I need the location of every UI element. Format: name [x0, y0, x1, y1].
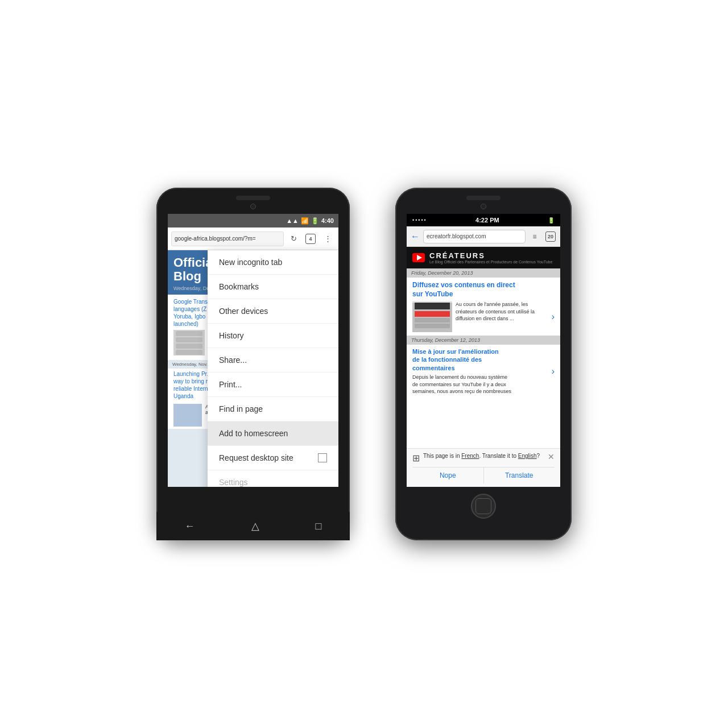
iphone-battery-icon: 🔋	[548, 217, 555, 224]
iphone: ••••• 4:22 PM 🔋 ← ecreatorfr.blogspot.co…	[395, 188, 572, 540]
translate-top-row: ⊞ This page is in French. Translate it t…	[412, 452, 555, 464]
hamburger-icon: ≡	[532, 233, 536, 241]
desktop-site-checkbox[interactable]	[318, 453, 327, 462]
dropdown-item-print[interactable]: Print...	[208, 373, 338, 397]
iphone-back-button[interactable]: ←	[410, 231, 421, 242]
dropdown-item-history[interactable]: History	[208, 324, 338, 348]
iphone-menu-button[interactable]: ≡	[528, 230, 541, 243]
iphone-webpage: CRÉATEURS Le Blog Officiel des Partenair…	[407, 247, 560, 398]
translate-buttons: Nope Translate	[412, 467, 555, 483]
yt-header: CRÉATEURS Le Blog Officiel des Partenair…	[407, 247, 560, 268]
address-field[interactable]: google-africa.blogspot.com/?m=	[171, 231, 284, 246]
tabs-count: 20	[545, 231, 556, 242]
dropdown-item-incognito[interactable]: New incognito tab	[208, 250, 338, 275]
iphone-article2-title: Mise à jour sur l'améliorationde la fonc…	[412, 348, 549, 372]
iphone-article1: Diffusez vos contenus en directsur YouTu…	[407, 278, 560, 336]
android-dropdown: New incognito tab Bookmarks Other device…	[208, 250, 338, 487]
iphone-speaker	[466, 196, 500, 200]
iphone-tabs-button[interactable]: 20	[544, 230, 557, 243]
refresh-button[interactable]: ↻	[286, 231, 301, 246]
iphone-article1-thumb	[412, 301, 452, 332]
signal-icon: 📶	[301, 217, 309, 225]
android-speaker	[236, 196, 270, 200]
dropdown-item-bookmarks[interactable]: Bookmarks	[208, 275, 338, 299]
iphone-home-button[interactable]	[471, 494, 496, 519]
yt-play-icon	[417, 255, 422, 260]
iphone-address-bar: ← ecreatorfr.blogspot.com ≡ 20	[407, 226, 560, 247]
dropdown-item-desktop[interactable]: Request desktop site	[208, 446, 338, 470]
iphone-article1-row: Au cours de l'année passée, les créateur…	[412, 301, 555, 332]
translate-message: This page is in French. Translate it to …	[423, 452, 544, 460]
translate-close-button[interactable]: ✕	[548, 452, 555, 461]
iphone-article1-title: Diffusez vos contenus en directsur YouTu…	[412, 281, 555, 299]
iphone-article1-snippet: Au cours de l'année passée, les créateur…	[456, 301, 548, 322]
android-screen: ▲▲ 📶 🔋 4:40 google-africa.blogspot.com/?…	[168, 214, 338, 487]
iphone-date1: Friday, December 20, 2013	[407, 268, 560, 278]
nope-button[interactable]: Nope	[412, 468, 484, 483]
iphone-time: 4:22 PM	[475, 217, 499, 224]
translate-icon: ⊞	[412, 453, 420, 464]
refresh-icon: ↻	[291, 234, 297, 243]
iphone-screen: ••••• 4:22 PM 🔋 ← ecreatorfr.blogspot.co…	[407, 214, 560, 487]
foot-thumb	[173, 404, 202, 427]
iphone-home-inner	[475, 498, 491, 514]
android-status-bar: ▲▲ 📶 🔋 4:40	[168, 214, 338, 228]
android-camera	[250, 204, 256, 209]
yt-channel-subtitle: Le Blog Officiel des Partenaires et Prod…	[429, 260, 552, 264]
dropdown-item-homescreen[interactable]: Add to homescreen	[208, 421, 338, 446]
overflow-button[interactable]: ⋮	[320, 231, 335, 246]
iphone-article2-text: Depuis le lancement du nouveau systèmede…	[412, 374, 549, 395]
translate-button[interactable]: Translate	[484, 468, 555, 483]
iphone-status-bar: ••••• 4:22 PM 🔋	[407, 214, 560, 226]
dropdown-item-settings[interactable]: Settings	[208, 470, 338, 487]
iphone-article2: Mise à jour sur l'améliorationde la fonc…	[407, 345, 560, 398]
article2-chevron-icon: ›	[552, 366, 555, 377]
iphone-camera	[481, 204, 486, 209]
nav-recent-button[interactable]: □	[316, 520, 322, 532]
dropdown-item-share[interactable]: Share...	[208, 348, 338, 373]
android-time: 4:40	[321, 217, 334, 224]
iphone-address-field[interactable]: ecreatorfr.blogspot.com	[423, 230, 526, 243]
yt-logo-icon	[412, 253, 425, 262]
dropdown-item-find[interactable]: Find in page	[208, 397, 338, 421]
iphone-date2: Thursday, December 12, 2013	[407, 336, 560, 345]
nav-back-button[interactable]: ←	[185, 520, 195, 532]
tabs-button[interactable]: 4	[303, 231, 318, 246]
battery-icon: 🔋	[311, 217, 319, 225]
translate-bar: ⊞ This page is in French. Translate it t…	[407, 448, 560, 487]
article1-chevron-icon: ›	[552, 312, 555, 322]
wifi-icon: ▲▲	[286, 217, 299, 224]
yt-channel-name: CRÉATEURS	[429, 251, 552, 260]
android-phone: ▲▲ 📶 🔋 4:40 google-africa.blogspot.com/?…	[156, 188, 350, 540]
android-address-bar: google-africa.blogspot.com/?m= ↻ 4 ⋮	[168, 228, 338, 250]
nav-home-button[interactable]: △	[251, 520, 259, 532]
iphone-signal-dots: •••••	[412, 217, 427, 223]
yt-channel-info: CRÉATEURS Le Blog Officiel des Partenair…	[429, 251, 552, 264]
menu-icon: ⋮	[324, 234, 332, 243]
dropdown-item-other-devices[interactable]: Other devices	[208, 299, 338, 324]
android-nav-bar: ← △ □	[156, 512, 350, 540]
article1-thumb	[173, 330, 205, 355]
